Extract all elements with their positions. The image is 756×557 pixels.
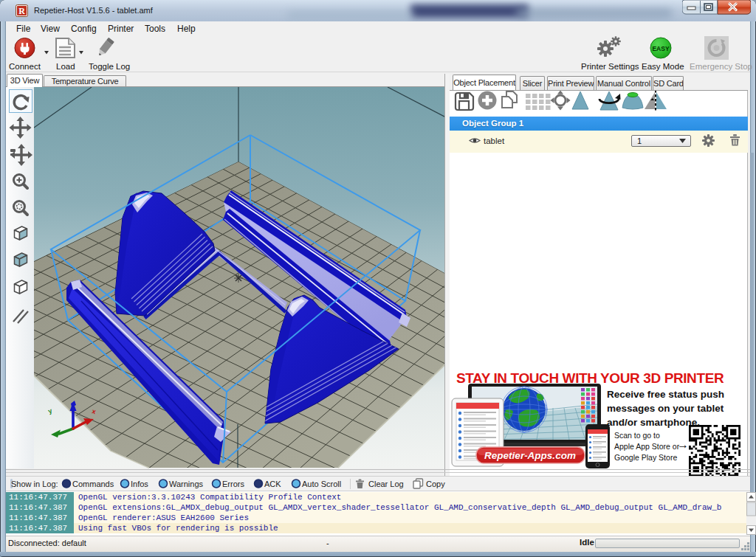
svg-text:Repetier-Apps.com: Repetier-Apps.com (484, 450, 576, 461)
svg-text:EASY: EASY (652, 45, 669, 52)
svg-text:R: R (18, 6, 25, 16)
